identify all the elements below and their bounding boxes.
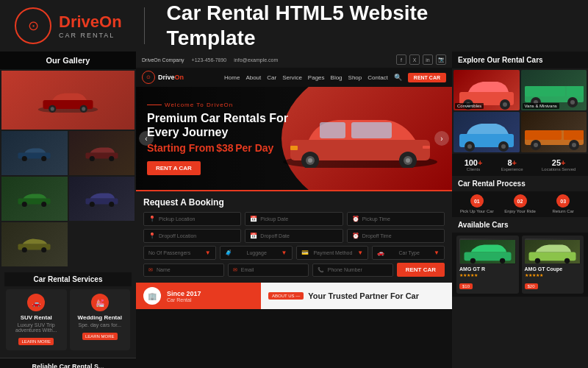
step-1-label: Pick Up Your Car xyxy=(456,209,498,214)
logo-icon: ⊙ xyxy=(15,7,51,44)
svg-point-20 xyxy=(41,247,46,252)
hero-price: Starting From $38 Per Day xyxy=(147,142,309,154)
svg-point-5 xyxy=(82,107,85,110)
name-field[interactable]: ✉ Name xyxy=(143,263,224,277)
step-1: 01 Pick Up Your Car xyxy=(456,194,498,214)
dropoff-time-field[interactable]: ⏰ Dropoff Time xyxy=(347,229,445,243)
gallery-item xyxy=(1,71,135,130)
search-icon[interactable]: 🔍 xyxy=(394,74,402,81)
stat-locations: 25+ Locations Served xyxy=(542,158,576,171)
phone-label: Phone Number xyxy=(328,267,362,272)
rent-car-button[interactable]: RENT CAR xyxy=(408,73,446,82)
header-divider xyxy=(144,7,145,44)
suv-text: Luxury SUV Trip adventures With... xyxy=(9,322,64,333)
svg-point-54 xyxy=(534,143,538,147)
wedding-text: Spe. day cars for... xyxy=(73,322,128,328)
svg-rect-39 xyxy=(525,86,565,96)
luggage-select[interactable]: 🧳 Luggage ▼ xyxy=(220,246,293,260)
dropoff-location-label: Dropoff Location xyxy=(159,233,196,238)
svg-rect-40 xyxy=(567,86,584,96)
facebook-icon[interactable]: f xyxy=(396,54,406,65)
service-cards: 🚗 SUV Rental Luxury SUV Trip adventures … xyxy=(4,286,132,353)
luggage-icon: 🧳 xyxy=(225,250,232,256)
svg-point-49 xyxy=(501,144,506,149)
pickup-location-field[interactable]: 📍 Pickup Location xyxy=(143,212,241,226)
twitter-icon[interactable]: X xyxy=(409,54,420,65)
step-3: 03 Return Car xyxy=(542,194,584,214)
gallery-grid xyxy=(0,69,136,268)
email-label: Email xyxy=(241,267,254,272)
svg-point-16 xyxy=(90,202,95,207)
service-card-wedding: 💒 Wedding Rental Spe. day cars for... LE… xyxy=(70,289,131,350)
dropoff-date-label: Dropoff Date xyxy=(260,233,290,238)
stat-experience: 8+ Experience xyxy=(501,158,523,171)
svg-point-58 xyxy=(470,258,475,263)
pickup-date-field[interactable]: 📅 Pickup Date xyxy=(245,212,343,226)
inner-nav-items: Home About Car Service Pages Blog Shop C… xyxy=(224,73,446,82)
step-3-num: 03 xyxy=(556,194,570,208)
nav-shop[interactable]: Shop xyxy=(348,74,362,81)
passengers-label: No Of Passengers xyxy=(148,250,190,255)
payment-select[interactable]: 💳 Payment Method ▼ xyxy=(296,246,369,260)
location-icon: 📍 xyxy=(148,216,156,222)
nav-blog[interactable]: Blog xyxy=(331,74,343,81)
reliable-section: Reliable Car Rental S... 🚗 Wide Vehicle … xyxy=(0,358,136,368)
nav-car[interactable]: Car xyxy=(267,74,276,81)
coupe-rating: ★★★★★ xyxy=(525,272,581,277)
rent-car-hero-btn[interactable]: RENT A CAR xyxy=(147,161,201,175)
nav-service[interactable]: Service xyxy=(282,74,302,81)
amg-price: $10 xyxy=(459,283,473,289)
calendar-icon: 📅 xyxy=(250,216,257,222)
gallery-title: Our Gallery xyxy=(0,52,136,69)
dropoff-time-label: Dropoff Time xyxy=(362,233,392,238)
step-1-num: 01 xyxy=(470,194,484,208)
nav-home[interactable]: Home xyxy=(224,74,240,81)
services-section: Car Rental Services 🚗 SUV Rental Luxury … xyxy=(0,268,136,358)
learn-more-wedding[interactable]: LEARN MORE xyxy=(82,333,118,340)
email-field[interactable]: ✉ Email xyxy=(228,263,309,277)
nav-about[interactable]: About xyxy=(245,74,261,81)
svg-point-30 xyxy=(406,158,410,163)
coupe-price: $20 xyxy=(525,283,538,289)
clients-num: 100+ xyxy=(465,158,483,167)
svg-rect-23 xyxy=(320,122,345,138)
nav-contact[interactable]: Contact xyxy=(368,74,388,81)
available-cars-title: Available Cars xyxy=(452,217,588,233)
car-thumb-4 xyxy=(521,112,587,152)
since-year: Since 2017 xyxy=(167,290,201,297)
right-panel: Explore Our Rental Cars Convertibles xyxy=(452,52,588,368)
car-type-icon: 🚗 xyxy=(377,250,384,256)
instagram-icon[interactable]: 📷 xyxy=(436,54,446,65)
learn-more-suv[interactable]: LEARN MORE xyxy=(18,338,54,345)
left-panel: Our Gallery xyxy=(0,52,136,368)
passengers-select[interactable]: No Of Passengers ▼ xyxy=(143,246,216,260)
suv-icon: 🚗 xyxy=(27,294,45,311)
svg-point-10 xyxy=(90,156,95,161)
avail-car-coupe: AMG GT Coupe ★★★★★ $20 xyxy=(522,236,584,294)
step-2-label: Enjoy Your Ride xyxy=(500,209,541,214)
nav-pages[interactable]: Pages xyxy=(308,74,325,81)
linkedin-icon[interactable]: in xyxy=(423,54,433,65)
stat-clients: 100+ Clients xyxy=(465,158,483,171)
svg-point-3 xyxy=(51,107,54,110)
services-title: Car Rental Services xyxy=(4,272,132,286)
since-section: 🏢 Since 2017 Car Rental xyxy=(136,283,261,309)
submit-button[interactable]: RENT CAR xyxy=(397,263,445,277)
rental-cars-title: Explore Our Rental Cars xyxy=(452,52,588,68)
dropoff-location-field[interactable]: 📍 Dropoff Location xyxy=(143,229,241,243)
svg-point-44 xyxy=(570,100,575,105)
amg-img xyxy=(459,238,516,264)
phone-field[interactable]: 📞 Phone Number xyxy=(312,263,393,277)
gallery-image xyxy=(1,177,68,221)
car-type-select[interactable]: 🚗 Car Type ▼ xyxy=(372,246,445,260)
process-steps: 01 Pick Up Your Car 02 Enjoy Your Ride 0… xyxy=(452,191,588,217)
phone-number: +123-456-7890 xyxy=(192,57,227,63)
dropoff-date-field[interactable]: 📅 Dropoff Date xyxy=(245,229,343,243)
step-3-label: Return Car xyxy=(542,209,584,214)
pickup-time-field[interactable]: ⏰ Pickup Time xyxy=(347,212,445,226)
step-2-num: 02 xyxy=(514,194,527,208)
luggage-label: Luggage xyxy=(247,250,267,255)
svg-point-8 xyxy=(41,156,46,161)
gallery-item xyxy=(1,222,68,266)
price-value: $38 xyxy=(216,142,233,154)
